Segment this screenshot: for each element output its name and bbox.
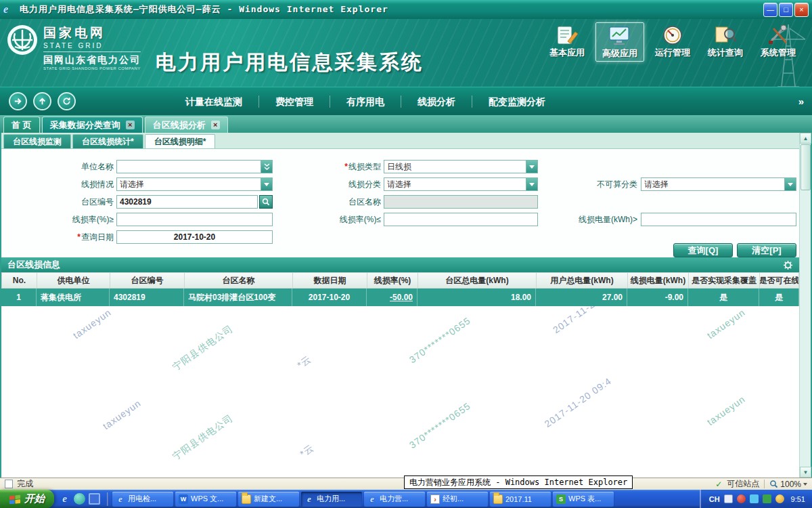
taskbar-button[interactable]: 用电检... <box>112 492 173 507</box>
dropdown-arrow-icon[interactable] <box>526 178 537 190</box>
app-statistics[interactable]: 统计查询 <box>701 22 750 62</box>
unit-name-select[interactable] <box>116 160 273 173</box>
loss-rate-ge-input[interactable] <box>116 213 273 226</box>
loss-status-select[interactable]: 请选择 <box>116 177 273 191</box>
clear-button[interactable]: 清空[P] <box>737 243 796 257</box>
nav-menu-item[interactable]: 配变监测分析 <box>472 96 562 108</box>
loss-status-value: 请选择 <box>117 178 261 190</box>
query-button[interactable]: 查询[Q] <box>673 243 733 257</box>
subtab-lineloss-stats[interactable]: 台区线损统计* <box>72 134 143 148</box>
start-button[interactable]: 开始 <box>0 490 54 508</box>
app-switcher: 基本应用 高级应用 运行管理 <box>543 22 803 62</box>
loss-class-select[interactable]: 请选择 <box>384 177 538 191</box>
column-header[interactable]: 供电单位 <box>37 273 110 288</box>
app-operation[interactable]: 运行管理 <box>648 22 697 62</box>
column-header[interactable]: 台区编号 <box>110 273 185 288</box>
nav-menu-item[interactable]: 线损分析 <box>401 96 472 108</box>
taskbar-button[interactable]: 电力用... <box>301 492 362 507</box>
watermark-text: taxueyun <box>71 307 113 341</box>
app-basic[interactable]: 基本应用 <box>543 22 591 62</box>
column-header[interactable]: 线损率(%) <box>367 273 418 288</box>
scroll-down-button[interactable]: ▼ <box>800 467 811 478</box>
uncalc-class-select[interactable]: 请选择 <box>641 177 796 191</box>
app-advanced[interactable]: 高级应用 <box>595 22 644 62</box>
taskbar-button[interactable]: 新建文... <box>238 492 299 507</box>
column-header[interactable]: 是否实现采集覆盖 <box>689 273 760 288</box>
double-chevron-icon[interactable] <box>261 161 272 173</box>
taskbar-button[interactable]: 电力营... <box>364 492 425 507</box>
zoom-control[interactable]: 100% <box>769 480 807 489</box>
table-cell: -9.00 <box>627 289 688 306</box>
scrollbar-thumb[interactable] <box>800 144 811 190</box>
nav-more-button[interactable]: » <box>798 96 812 107</box>
minimize-button[interactable]: — <box>763 3 777 17</box>
taskbar-button[interactable]: WPS 文... <box>175 492 236 507</box>
close-button[interactable]: × <box>794 3 809 17</box>
loss-type-value: 日线损 <box>384 161 526 173</box>
loss-kwh-gt-input[interactable] <box>641 213 796 226</box>
ie-quicklaunch-icon[interactable]: e <box>59 493 70 505</box>
statusbar-separator <box>764 480 765 488</box>
tab-home[interactable]: 首 页 <box>3 117 40 133</box>
taiqu-no-input[interactable] <box>116 195 258 209</box>
column-header[interactable]: 数据日期 <box>293 273 367 288</box>
column-header[interactable]: 用户总电量(kWh) <box>537 273 628 288</box>
tab-collect-query[interactable]: 采集数据分类查询 × <box>42 117 143 133</box>
network-tray-icon[interactable] <box>750 494 759 503</box>
table-cell: 是 <box>759 289 799 306</box>
taskbar-button[interactable]: WPS 表... <box>553 492 614 507</box>
scroll-up-button[interactable]: ▲ <box>800 133 811 144</box>
taskbar-button-icon <box>430 494 440 504</box>
subtab-lineloss-detail[interactable]: 台区线损明细* <box>145 134 216 148</box>
subtab-lineloss-monitor[interactable]: 台区线损监测 <box>3 134 71 148</box>
app-system[interactable]: 系统管理 <box>754 22 803 62</box>
loss-class-label: 线损分类 <box>299 177 381 191</box>
taskbar-buttons: 用电检... WPS 文... 新建文... 电力用... <box>110 492 700 507</box>
loss-rate-le-input[interactable] <box>384 213 538 226</box>
subtab-label: 台区线损统计* <box>82 136 134 148</box>
shield-tray-icon[interactable] <box>775 494 784 503</box>
table-row[interactable]: 1蒋集供电所4302819马院村03排灌台区100变2017-10-20-50.… <box>1 289 799 306</box>
content-area: taxueyun宁阳县供电公司*云370*******06552017-11-2… <box>0 133 812 478</box>
loss-status-label: 线损情况 <box>28 177 114 191</box>
column-header[interactable]: 台区名称 <box>185 273 293 288</box>
column-header[interactable]: 是否可在线 <box>760 273 799 288</box>
wps-tray-icon[interactable] <box>763 494 771 503</box>
loss-type-select[interactable]: 日线损 <box>384 160 538 173</box>
column-header[interactable]: 台区总电量(kWh) <box>418 273 537 288</box>
dropdown-arrow-icon[interactable] <box>261 178 272 190</box>
up-button[interactable] <box>33 92 51 110</box>
tab-lineloss-analysis[interactable]: 台区线损分析 × <box>145 117 228 133</box>
desktop-quicklaunch-icon[interactable] <box>89 493 100 505</box>
maximize-button[interactable]: □ <box>779 3 793 17</box>
taskbar-button[interactable]: 2017.11 <box>490 492 551 507</box>
loss-rate-link[interactable]: -50.00 <box>390 293 413 302</box>
search-button[interactable] <box>259 195 273 209</box>
subtab-label: 台区线损明细* <box>154 136 206 148</box>
browser-quicklaunch-icon[interactable] <box>74 493 85 505</box>
nav-menu-item[interactable]: 计量在线监测 <box>169 96 259 108</box>
arrow-up-icon <box>37 96 47 106</box>
taiqu-name-label: 台区名称 <box>299 195 381 209</box>
forward-button[interactable] <box>9 92 27 110</box>
tab-close-icon[interactable]: × <box>211 121 220 129</box>
gear-icon[interactable] <box>783 260 793 270</box>
app-advanced-label: 高级应用 <box>602 48 637 58</box>
keyboard-tray-icon[interactable] <box>724 494 733 503</box>
query-date-input[interactable] <box>116 230 273 244</box>
dropdown-arrow-icon[interactable] <box>784 178 796 190</box>
taskbar-button-label: 2017.11 <box>505 495 532 503</box>
vertical-scrollbar[interactable]: ▲ ▼ <box>799 133 811 478</box>
language-indicator[interactable]: CH <box>709 495 720 503</box>
nav-menu-item[interactable]: 费控管理 <box>259 96 330 108</box>
security-tray-icon[interactable] <box>737 494 746 503</box>
result-section-header: 台区线损信息 <box>1 257 799 272</box>
dropdown-arrow-icon[interactable] <box>526 161 537 173</box>
tab-close-icon[interactable]: × <box>126 121 135 129</box>
refresh-button[interactable] <box>58 92 76 110</box>
column-header[interactable]: No. <box>2 273 37 288</box>
nav-menu-item[interactable]: 有序用电 <box>330 96 401 108</box>
column-header[interactable]: 线损电量(kWh) <box>628 273 689 288</box>
taskbar-button[interactable]: 经初... <box>427 492 488 507</box>
taskbar-button-label: 电力营... <box>380 494 408 504</box>
